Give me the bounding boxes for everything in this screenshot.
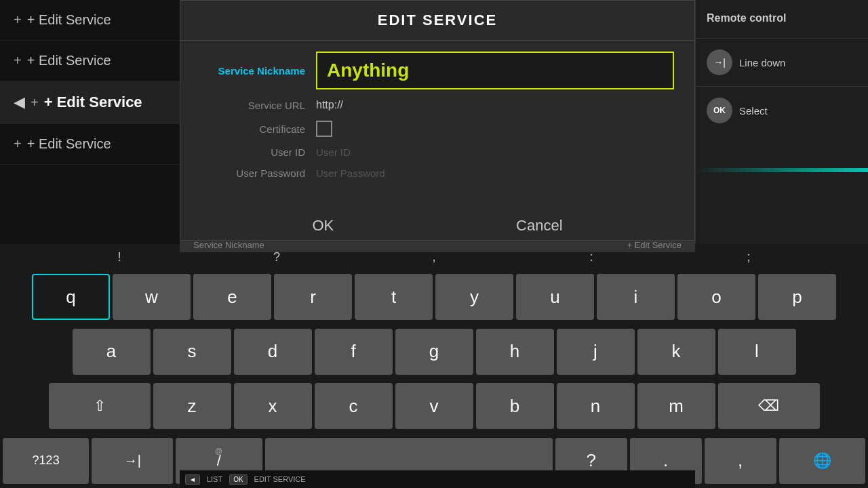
remote-divider-1	[696, 38, 868, 39]
service-nickname-input[interactable]: Anything	[316, 52, 674, 89]
remote-title: Remote control	[696, 7, 868, 34]
list-key-badge: ◄	[185, 474, 200, 485]
backspace-key[interactable]: ⌫	[718, 383, 820, 429]
sidebar-item-label-2: + Edit Service	[27, 53, 111, 68]
line-down-icon: →|	[707, 49, 732, 75]
key-l[interactable]: l	[718, 329, 796, 375]
edit-service-dialog: EDIT SERVICE Service Nickname Anything S…	[180, 0, 695, 241]
plus-icon-2: +	[14, 53, 22, 68]
dialog-buttons: OK Cancel	[180, 205, 694, 247]
sidebar-item-3[interactable]: ◀ + + Edit Service	[0, 81, 180, 124]
user-id-input[interactable]: User ID	[316, 146, 674, 158]
user-password-input[interactable]: User Password	[316, 167, 674, 179]
sidebar-item-label-3: + Edit Service	[44, 94, 142, 111]
bottom-nav-bar: ◄ LIST OK EDIT SERVICE	[180, 470, 695, 488]
keyboard-row-1: q w e r t y u i o p	[0, 270, 868, 325]
certificate-row: Certificate	[201, 121, 674, 137]
key-x[interactable]: x	[234, 383, 312, 429]
sidebar-item-label-4: + Edit Service	[27, 136, 111, 152]
plus-icon-1: +	[14, 12, 22, 28]
sidebar-item-1[interactable]: + + Edit Service	[0, 0, 180, 41]
keyboard-row-3: ⇧ z x c v b n m ⌫	[0, 379, 868, 434]
key-m[interactable]: m	[637, 383, 715, 429]
sidebar-item-label-1: + Edit Service	[27, 12, 111, 28]
certificate-label: Certificate	[201, 123, 316, 135]
user-id-label: User ID	[201, 146, 316, 158]
sym-semicolon[interactable]: ;	[715, 250, 783, 264]
ok-button[interactable]: OK	[285, 211, 361, 240]
key-w[interactable]: w	[113, 274, 191, 320]
keyboard-row-2: a s d f g h j k l	[0, 325, 868, 380]
key-u[interactable]: u	[516, 274, 594, 320]
edit-service-nav-label: EDIT SERVICE	[254, 475, 306, 483]
key-q[interactable]: q	[32, 274, 110, 320]
ok-select-icon: OK	[707, 98, 732, 123]
service-url-input[interactable]: http://	[316, 99, 674, 111]
user-id-row: User ID User ID	[201, 146, 674, 158]
key-z[interactable]: z	[153, 383, 231, 429]
ok-key-badge: OK	[229, 474, 247, 485]
key-y[interactable]: y	[435, 274, 513, 320]
key-g[interactable]: g	[395, 329, 473, 375]
numbers-key[interactable]: ?123	[3, 438, 89, 484]
remote-select[interactable]: OK Select	[696, 91, 868, 130]
back-arrow-icon[interactable]: ◀	[14, 94, 25, 111]
list-nav-label: LIST	[207, 475, 222, 483]
key-k[interactable]: k	[637, 329, 715, 375]
service-url-label: Service URL	[201, 100, 316, 111]
plus-icon-3: +	[31, 95, 39, 110]
key-a[interactable]: a	[73, 329, 151, 375]
keyboard: ! ? , : ; q w e r t y u i o p a s d f g …	[0, 244, 868, 488]
remote-line-down: →| Line down	[696, 43, 868, 82]
key-r[interactable]: r	[274, 274, 352, 320]
key-e[interactable]: e	[193, 274, 271, 320]
key-d[interactable]: d	[234, 329, 312, 375]
dialog-title: EDIT SERVICE	[180, 1, 694, 41]
key-s[interactable]: s	[153, 329, 231, 375]
slash-at-icon: /@	[217, 452, 221, 470]
key-c[interactable]: c	[315, 383, 393, 429]
key-f[interactable]: f	[315, 329, 393, 375]
plus-icon-4: +	[14, 136, 22, 152]
key-t[interactable]: t	[355, 274, 433, 320]
remote-divider-2	[696, 86, 868, 87]
shift-key[interactable]: ⇧	[49, 383, 151, 429]
cancel-button[interactable]: Cancel	[489, 211, 589, 240]
key-h[interactable]: h	[476, 329, 554, 375]
key-j[interactable]: j	[557, 329, 635, 375]
service-url-row: Service URL http://	[201, 99, 674, 111]
key-i[interactable]: i	[597, 274, 675, 320]
comma-key2[interactable]: ,	[705, 438, 776, 484]
certificate-checkbox[interactable]	[316, 121, 332, 137]
user-password-label: User Password	[201, 167, 316, 179]
sidebar-item-2[interactable]: + + Edit Service	[0, 41, 180, 81]
key-n[interactable]: n	[557, 383, 635, 429]
key-b[interactable]: b	[476, 383, 554, 429]
remote-control-panel: Remote control →| Line down OK Select	[695, 0, 868, 244]
user-password-row: User Password User Password	[201, 167, 674, 179]
dialog-body: Service Nickname Anything Service URL ht…	[180, 41, 694, 199]
tab-key[interactable]: →|	[92, 438, 173, 484]
key-v[interactable]: v	[395, 383, 473, 429]
service-nickname-label: Service Nickname	[201, 65, 316, 77]
globe-key[interactable]: 🌐	[779, 438, 865, 484]
service-nickname-row: Service Nickname Anything	[201, 52, 674, 89]
teal-accent-bar	[695, 168, 868, 172]
select-label: Select	[739, 105, 768, 117]
key-p[interactable]: p	[758, 274, 836, 320]
sidebar-item-4[interactable]: + + Edit Service	[0, 124, 180, 165]
line-down-label: Line down	[739, 57, 785, 68]
key-o[interactable]: o	[677, 274, 755, 320]
sym-exclaim[interactable]: !	[85, 250, 153, 264]
